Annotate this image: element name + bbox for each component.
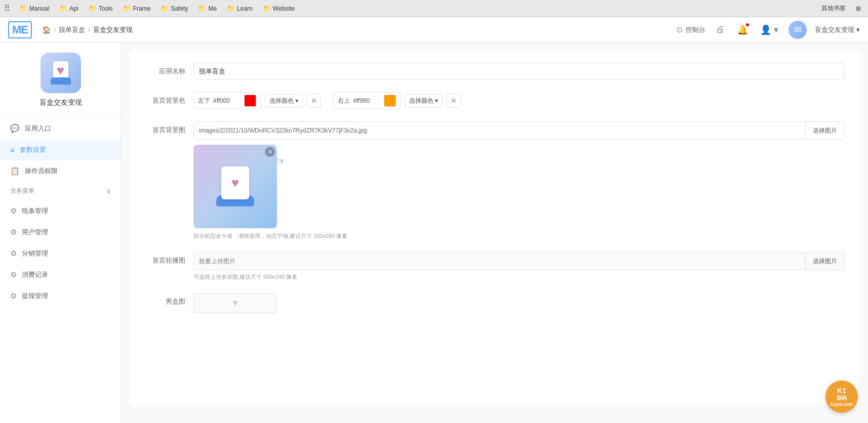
carousel-select-button[interactable]: 选择图片 [805, 252, 844, 270]
folder-icon: 📁 [198, 5, 206, 12]
app-name-label: 应用名称 [145, 63, 185, 76]
app-title-right[interactable]: 盲盒交友变现 ▾ [815, 25, 860, 34]
color-group: 左下 选择颜色 ▾ ✕ 右上 [193, 92, 845, 109]
bg-image-label: 首页背景图 [145, 121, 185, 135]
folder-icon: 📁 [161, 5, 169, 12]
carousel-control: 选择图片 可选择上传多张图,建议尺寸 600x240 像素 [193, 252, 845, 281]
preview-card: ♥ [221, 166, 249, 199]
bg-image-hint: 部分机型会卡顿，谨慎使用，动态平铺,建议尺寸 260x260 像素 [193, 232, 845, 240]
chevron-down-icon: ▾ [435, 97, 438, 104]
breadcrumb-link-1[interactable]: 脱单盲盒 [59, 25, 85, 34]
gear-icon: ⚙ [10, 291, 17, 301]
sidebar-item-users[interactable]: ⚙ 用户管理 [0, 222, 121, 243]
bell-icon[interactable]: 🔔 [735, 22, 750, 37]
chevron-down-icon: ∨ [106, 188, 111, 195]
form-row-male-box: 男盒图 ▼ [145, 293, 845, 313]
gear-icon: ⚙ [10, 270, 17, 279]
folder-icon: 📁 [227, 5, 235, 12]
carousel-path-input[interactable] [194, 252, 805, 270]
sidebar-item-withdrawal[interactable]: ⚙ 提现管理 [0, 285, 121, 307]
sidebar-item-notes[interactable]: ⚙ 纸条管理 [0, 200, 121, 222]
chevron-down-icon: ▾ [856, 26, 860, 33]
bookmark-tools[interactable]: 📁 Tools [86, 4, 116, 13]
form-row-bg-color: 首页背景色 左下 选择颜色 ▾ ✕ [145, 92, 845, 109]
folder-icon: 📁 [19, 5, 27, 12]
console-button[interactable]: ⊙ 控制台 [676, 25, 705, 34]
bg-image-control: 选择图片 ♥ [193, 121, 845, 240]
cursor-pointer: ☞ [277, 156, 285, 167]
main-layout: ♥ 盲盒交友变现 💬 应用入口 ≡ 参数设置 📋 操作员权限 业务菜单 ∨ ⚙ … [0, 43, 868, 423]
color-clear-right-button[interactable]: ✕ [447, 94, 461, 108]
color-picker-left-button[interactable]: 选择颜色 ▾ [265, 94, 303, 108]
other-bookmarks[interactable]: 其他书签 [818, 3, 849, 14]
color-swatch-left[interactable] [244, 95, 256, 107]
carousel-hint: 可选择上传多张图,建议尺寸 600x240 像素 [193, 273, 845, 281]
gear-icon: ⚙ [10, 206, 17, 216]
sidebar-item-params[interactable]: ≡ 参数设置 [0, 139, 121, 160]
gear-icon: ⚙ [10, 228, 17, 237]
bookmark-manual[interactable]: 📁 Manual [16, 4, 52, 13]
sidebar-item-distribution[interactable]: ⚙ 分销管理 [0, 243, 121, 264]
bg-color-control: 左下 选择颜色 ▾ ✕ 右上 [193, 92, 845, 109]
logo[interactable]: ME [8, 21, 32, 38]
sidebar-item-app-entrance[interactable]: 💬 应用入口 [0, 118, 121, 139]
bg-color-label: 首页背景色 [145, 92, 185, 105]
bookmark-safety[interactable]: 📁 Safety [157, 4, 191, 13]
form-row-app-name: 应用名称 [145, 63, 845, 80]
sidebar-item-permissions[interactable]: 📋 操作员权限 [0, 160, 121, 182]
print-icon[interactable]: 🖨 [714, 22, 727, 37]
folder-icon: 📁 [59, 5, 67, 12]
content-area: 应用名称 首页背景色 左下 [122, 43, 868, 423]
list-icon: ≡ [10, 146, 15, 154]
apps-grid-icon[interactable]: ⠿ [4, 4, 10, 13]
content-inner: 应用名称 首页背景色 左下 [130, 51, 860, 405]
app-card-icon: ♥ [53, 61, 68, 79]
bookmark-api[interactable]: 📁 Api [56, 4, 81, 13]
image-preview-box: ♥ [193, 145, 277, 228]
preview-card-icon: ♥ [216, 166, 254, 206]
home-icon[interactable]: 🏠 [42, 26, 51, 34]
color-clear-left-button[interactable]: ✕ [307, 94, 321, 108]
avatar[interactable]: ✉ [788, 21, 807, 39]
bg-image-select-button[interactable]: 选择图片 [805, 122, 844, 139]
sidebar-section-business[interactable]: 业务菜单 ∨ [0, 182, 121, 200]
app-icon-box: ♥ [41, 53, 81, 93]
top-nav-actions: ⊙ 控制台 🖨 🔔 👤 ▾ ✉ 盲盒交友变现 ▾ [676, 21, 860, 39]
carousel-path-row: 选择图片 [193, 252, 845, 270]
watermark-domain: k1ym.com [831, 402, 853, 407]
bookmark-me[interactable]: 📁 Me [195, 4, 220, 13]
male-box-placeholder: ▼ [231, 298, 240, 309]
browser-menu-icon[interactable]: ⊞ [853, 4, 864, 13]
console-icon: ⊙ [676, 25, 683, 34]
sidebar: ♥ 盲盒交友变现 💬 应用入口 ≡ 参数设置 📋 操作员权限 业务菜单 ∨ ⚙ … [0, 43, 122, 423]
chevron-down-icon: ▾ [295, 97, 298, 104]
color-hex-left[interactable] [213, 97, 241, 104]
gear-icon: ⚙ [10, 249, 17, 258]
form-row-bg-image: 首页背景图 选择图片 ♥ [145, 121, 845, 240]
color-picker-right-button[interactable]: 选择颜色 ▾ [405, 94, 443, 108]
carousel-label: 首页轮播图 [145, 252, 185, 265]
app-name-input[interactable] [193, 63, 845, 80]
user-icon[interactable]: 👤 ▾ [758, 22, 780, 37]
sidebar-app-name: 盲盒交友变现 [40, 98, 82, 107]
color-section-right: 右上 [333, 92, 401, 109]
bookmark-learn[interactable]: 📁 Learn [224, 4, 256, 13]
color-hex-right[interactable] [353, 97, 381, 104]
male-box-label: 男盒图 [145, 293, 185, 306]
image-path-row: 选择图片 [193, 121, 845, 140]
watermark-line2: 源码 [837, 395, 847, 402]
image-preview-container: ♥ ✕ ☞ [193, 145, 277, 228]
app-icon-base [51, 77, 71, 84]
direction-right-label: 右上 [338, 97, 350, 105]
color-swatch-right[interactable] [384, 95, 396, 107]
image-remove-button[interactable]: ✕ [265, 147, 275, 157]
sidebar-item-consumption[interactable]: ⚙ 消费记录 [0, 264, 121, 285]
bookmark-frame[interactable]: 📁 Frame [120, 4, 154, 13]
folder-icon: 📁 [123, 5, 131, 12]
bookmark-website[interactable]: 📁 Website [260, 4, 298, 13]
direction-left-label: 左下 [198, 97, 210, 105]
breadcrumb-current: 盲盒交友变现 [93, 25, 133, 34]
bg-image-path-input[interactable] [194, 122, 805, 139]
folder-icon: 📁 [89, 5, 97, 12]
app-name-control [193, 63, 845, 80]
